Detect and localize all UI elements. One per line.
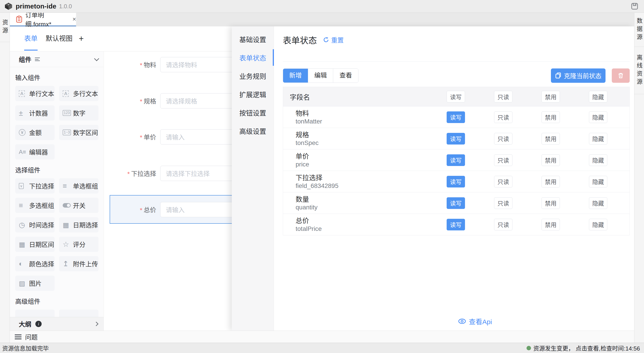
component-item[interactable]: ☆ 评分 bbox=[59, 237, 98, 252]
mode-disabled-button[interactable]: 禁用 bbox=[542, 219, 560, 230]
component-item[interactable]: ▦ 日期选择 bbox=[59, 217, 98, 232]
mode-hidden-button[interactable]: 隐藏 bbox=[589, 197, 607, 209]
info-icon bbox=[35, 321, 42, 327]
component-item[interactable]: A 多行文本 bbox=[59, 86, 98, 101]
problems-list-icon bbox=[15, 334, 22, 339]
image-icon: ▨ bbox=[19, 280, 28, 287]
status-message: 资源信息加载完毕 bbox=[2, 344, 49, 352]
rail-tab-data-source[interactable]: 数据源 bbox=[634, 13, 644, 47]
text-input-icon: A bbox=[19, 90, 28, 97]
eye-icon bbox=[458, 318, 466, 324]
table-row: 下拉选择 field_68342895 读写 只读 禁用 隐藏 bbox=[283, 171, 630, 192]
field-name: 物料 bbox=[296, 109, 322, 118]
mode-readwrite-button[interactable]: 读写 bbox=[447, 197, 465, 209]
mode-readonly-button[interactable]: 只读 bbox=[494, 197, 512, 209]
form-file-icon bbox=[16, 16, 22, 23]
mode-disabled-button[interactable]: 禁用 bbox=[542, 154, 560, 166]
save-icon[interactable] bbox=[630, 2, 639, 11]
editor-tab-active[interactable]: 订单明细.formx* × bbox=[10, 13, 76, 26]
field-code: quantity bbox=[296, 204, 318, 211]
component-item[interactable] bbox=[59, 310, 98, 317]
mode-readwrite-button[interactable]: 读写 bbox=[447, 112, 465, 123]
field-label: *规格 bbox=[104, 96, 156, 105]
mode-readwrite-button[interactable]: 读写 bbox=[447, 176, 465, 188]
tab-default-view[interactable]: 默认视图 bbox=[46, 26, 72, 50]
component-item[interactable]: ≡ 多选框组 bbox=[15, 198, 54, 213]
outline-bar[interactable]: 大纲 bbox=[10, 317, 104, 331]
set-all-readwrite-button[interactable]: 读写 bbox=[447, 91, 465, 102]
required-asterisk: * bbox=[140, 62, 142, 69]
mode-disabled-button[interactable]: 禁用 bbox=[542, 112, 560, 123]
set-all-hidden-button[interactable]: 隐藏 bbox=[589, 91, 607, 102]
input-components-grid: A 单行文本 A 多行文本 ± 计数器 123 数字 ¥ 金额 1~3 数字区间 bbox=[15, 86, 98, 160]
component-item[interactable]: ◷ 时间选择 bbox=[15, 217, 54, 232]
left-rail: 资源 bbox=[0, 13, 10, 343]
state-tab-edit[interactable]: 编辑 bbox=[308, 69, 333, 82]
field-name: 下拉选择 bbox=[296, 174, 338, 182]
mode-readwrite-button[interactable]: 读写 bbox=[447, 154, 465, 166]
component-item[interactable]: ∨ 下拉选择 bbox=[15, 178, 54, 194]
component-item[interactable]: ± 计数器 bbox=[15, 105, 54, 120]
rail-tab-resources[interactable]: 资源 bbox=[0, 13, 10, 42]
menu-item-form-state[interactable]: 表单状态 bbox=[232, 48, 274, 67]
mode-readonly-button[interactable]: 只读 bbox=[494, 219, 512, 230]
menu-item-extension-logic[interactable]: 扩展逻辑 bbox=[232, 85, 274, 103]
component-item[interactable]: 1~3 数字区间 bbox=[59, 125, 98, 140]
mode-hidden-button[interactable]: 隐藏 bbox=[589, 112, 607, 123]
mode-hidden-button[interactable]: 隐藏 bbox=[589, 176, 607, 188]
editor-tab-close-icon[interactable]: × bbox=[72, 16, 76, 22]
component-item[interactable]: A≡ 编辑器 bbox=[15, 144, 54, 160]
state-tab-view[interactable]: 查看 bbox=[333, 69, 358, 82]
mode-disabled-button[interactable]: 禁用 bbox=[542, 197, 560, 209]
mode-readonly-button[interactable]: 只读 bbox=[494, 154, 512, 166]
reset-button[interactable]: 重置 bbox=[323, 35, 344, 44]
mode-readonly-button[interactable]: 只读 bbox=[494, 112, 512, 123]
component-item[interactable]: ◐ 颜色选择 bbox=[15, 256, 54, 271]
field-code: field_68342895 bbox=[296, 182, 338, 190]
component-item[interactable]: 123 数字 bbox=[59, 105, 98, 120]
set-all-readonly-button[interactable]: 只读 bbox=[494, 91, 512, 102]
mode-hidden-button[interactable]: 隐藏 bbox=[589, 154, 607, 166]
state-tab-add[interactable]: 新增 bbox=[283, 69, 308, 82]
menu-item-basic-settings[interactable]: 基础设置 bbox=[232, 30, 274, 48]
component-item[interactable] bbox=[15, 310, 54, 317]
field-code: tonSpec bbox=[296, 139, 319, 147]
chevron-down-icon[interactable] bbox=[94, 56, 99, 61]
add-view-tab-button[interactable]: + bbox=[79, 26, 84, 50]
mode-readwrite-button[interactable]: 读写 bbox=[447, 133, 465, 144]
component-item[interactable]: ↥ 附件上传 bbox=[59, 256, 98, 271]
component-item[interactable]: ¥ 金额 bbox=[15, 125, 54, 140]
view-api-link[interactable]: 查看Api bbox=[458, 316, 492, 326]
tab-form[interactable]: 表单 bbox=[24, 26, 38, 50]
set-all-disabled-button[interactable]: 禁用 bbox=[542, 91, 560, 102]
settings-menu: 基础设置 表单状态 业务规则 扩展逻辑 按钮设置 高级设置 bbox=[232, 26, 274, 331]
form-settings-drawer: 基础设置 表单状态 业务规则 扩展逻辑 按钮设置 高级设置 表单状态 重置 bbox=[232, 26, 634, 331]
rail-tab-offline-resources[interactable]: 离线资源 bbox=[634, 47, 644, 94]
rail-tab-resources-label: 资源 bbox=[1, 16, 9, 39]
mode-readonly-button[interactable]: 只读 bbox=[494, 176, 512, 188]
menu-item-button-settings[interactable]: 按钮设置 bbox=[232, 103, 274, 122]
switch-icon bbox=[63, 203, 72, 208]
mode-hidden-button[interactable]: 隐藏 bbox=[589, 219, 607, 230]
problems-bar[interactable]: 问题 bbox=[0, 331, 634, 343]
component-item[interactable]: ≡ 单选框组 bbox=[59, 178, 98, 194]
field-label: *单价 bbox=[104, 132, 156, 142]
mode-readwrite-button[interactable]: 读写 bbox=[447, 219, 465, 230]
menu-item-business-rules[interactable]: 业务规则 bbox=[232, 67, 274, 85]
component-item[interactable]: ▦ 日期区间 bbox=[15, 237, 54, 252]
components-panel-header[interactable]: 组件 bbox=[10, 52, 104, 67]
mode-hidden-button[interactable]: 隐藏 bbox=[589, 133, 607, 144]
clone-current-state-button[interactable]: 克隆当前状态 bbox=[551, 68, 606, 83]
mode-readonly-button[interactable]: 只读 bbox=[494, 133, 512, 144]
component-item[interactable]: ▨ 图片 bbox=[15, 276, 54, 291]
component-item[interactable]: A 单行文本 bbox=[15, 86, 54, 101]
component-item[interactable]: 开关 bbox=[59, 198, 98, 213]
chevron-right-icon[interactable] bbox=[94, 322, 98, 326]
checkbox-group-icon: ≡ bbox=[19, 201, 28, 210]
menu-item-advanced-settings[interactable]: 高级设置 bbox=[232, 122, 274, 140]
table-header-row: 字段名 读写 只读 禁用 隐藏 bbox=[283, 87, 630, 106]
mode-disabled-button[interactable]: 禁用 bbox=[542, 176, 560, 188]
resource-change-status[interactable]: 资源发生变更， 点击查看,检查时间:14:56 bbox=[526, 344, 640, 352]
delete-state-button[interactable] bbox=[612, 68, 630, 83]
mode-disabled-button[interactable]: 禁用 bbox=[542, 133, 560, 144]
